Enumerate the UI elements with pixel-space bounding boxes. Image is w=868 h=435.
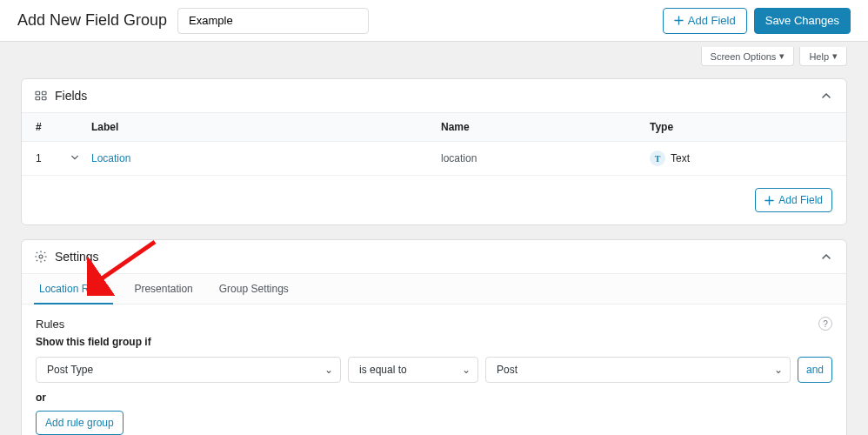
add-rule-group-label: Add rule group bbox=[45, 417, 114, 429]
fields-panel-head: Fields bbox=[22, 79, 846, 112]
settings-body: Rules ? Show this field group if Post Ty… bbox=[22, 304, 846, 435]
chevron-down-icon: ⌄ bbox=[324, 364, 333, 376]
row-label: Location bbox=[91, 152, 441, 164]
top-bar: Add New Field Group Add Field Save Chang… bbox=[0, 0, 868, 42]
fields-panel: Fields # Label Name Type 1 Location loca… bbox=[21, 78, 847, 225]
collapse-toggle-2[interactable] bbox=[818, 249, 834, 264]
save-changes-button[interactable]: Save Changes bbox=[754, 8, 851, 34]
caret-down-icon: ▾ bbox=[779, 50, 785, 62]
col-label: Label bbox=[91, 121, 441, 133]
save-changes-label: Save Changes bbox=[765, 14, 839, 27]
settings-panel-title: Settings bbox=[55, 250, 99, 264]
group-title-input[interactable] bbox=[177, 8, 369, 34]
add-rule-group-button[interactable]: Add rule group bbox=[36, 411, 124, 435]
tab-presentation[interactable]: Presentation bbox=[129, 274, 197, 304]
help-icon[interactable]: ? bbox=[818, 317, 832, 331]
help-label: Help bbox=[809, 51, 829, 62]
or-text: or bbox=[36, 392, 832, 404]
type-text: Text bbox=[671, 152, 690, 164]
chevron-up-icon bbox=[821, 251, 831, 262]
rule-operator-select[interactable]: is equal to ⌄ bbox=[348, 357, 478, 383]
type-icon: T bbox=[650, 151, 665, 166]
page-title: Add New Field Group bbox=[17, 11, 167, 30]
plus-icon bbox=[765, 196, 774, 205]
help-button[interactable]: Help ▾ bbox=[799, 47, 847, 66]
meta-row: Screen Options ▾ Help ▾ bbox=[0, 42, 868, 66]
plus-icon bbox=[674, 16, 684, 25]
col-chev bbox=[70, 121, 91, 133]
field-label-link[interactable]: Location bbox=[91, 152, 130, 164]
screen-options-label: Screen Options bbox=[711, 51, 777, 62]
rule-operator-value: is equal to bbox=[359, 364, 407, 376]
rules-heading: Rules bbox=[36, 318, 64, 331]
add-field-label-2: Add Field bbox=[778, 194, 823, 206]
settings-tabs: Location Rules Presentation Group Settin… bbox=[22, 273, 846, 304]
tab-location-rules[interactable]: Location Rules bbox=[34, 274, 113, 304]
chevron-down-icon bbox=[70, 153, 79, 162]
chevron-down-icon: ⌄ bbox=[774, 364, 783, 376]
add-field-button-2[interactable]: Add Field bbox=[755, 188, 832, 212]
chevron-up-icon bbox=[821, 90, 831, 101]
settings-panel-head: Settings bbox=[22, 240, 846, 273]
rule-param-select[interactable]: Post Type ⌄ bbox=[36, 357, 341, 383]
top-actions: Add Field Save Changes bbox=[663, 8, 851, 34]
col-name: Name bbox=[441, 121, 650, 133]
svg-point-4 bbox=[39, 255, 43, 258]
table-row[interactable]: 1 Location location TText bbox=[22, 142, 846, 176]
col-num: # bbox=[36, 121, 70, 133]
gear-icon bbox=[34, 250, 48, 264]
collapse-toggle[interactable] bbox=[818, 88, 834, 104]
rule-param-value: Post Type bbox=[47, 364, 93, 376]
caret-down-icon: ▾ bbox=[832, 50, 838, 62]
row-type: TText bbox=[650, 151, 832, 166]
add-field-button[interactable]: Add Field bbox=[663, 8, 747, 34]
fields-panel-title: Fields bbox=[55, 89, 87, 103]
tab-group-settings[interactable]: Group Settings bbox=[214, 274, 294, 304]
expand-row[interactable] bbox=[70, 152, 91, 164]
and-button[interactable]: and bbox=[798, 357, 832, 383]
rule-row: Post Type ⌄ is equal to ⌄ Post ⌄ and bbox=[36, 357, 832, 383]
svg-rect-0 bbox=[36, 91, 40, 94]
fields-icon bbox=[34, 89, 48, 103]
add-field-label: Add Field bbox=[688, 14, 736, 27]
fields-footer: Add Field bbox=[22, 176, 846, 224]
rules-subheading: Show this field group if bbox=[36, 336, 832, 348]
rule-value-select[interactable]: Post ⌄ bbox=[485, 357, 791, 383]
svg-rect-3 bbox=[42, 97, 46, 99]
content: Fields # Label Name Type 1 Location loca… bbox=[0, 66, 868, 435]
chevron-down-icon: ⌄ bbox=[462, 364, 471, 376]
col-type: Type bbox=[650, 121, 832, 133]
fields-table-header: # Label Name Type bbox=[22, 112, 846, 142]
row-name: location bbox=[441, 152, 650, 164]
screen-options-button[interactable]: Screen Options ▾ bbox=[701, 47, 795, 66]
row-num: 1 bbox=[36, 152, 70, 164]
svg-rect-2 bbox=[36, 97, 40, 99]
settings-panel: Settings Location Rules Presentation Gro… bbox=[21, 239, 847, 435]
svg-rect-1 bbox=[42, 91, 46, 94]
rule-value-value: Post bbox=[497, 364, 517, 376]
